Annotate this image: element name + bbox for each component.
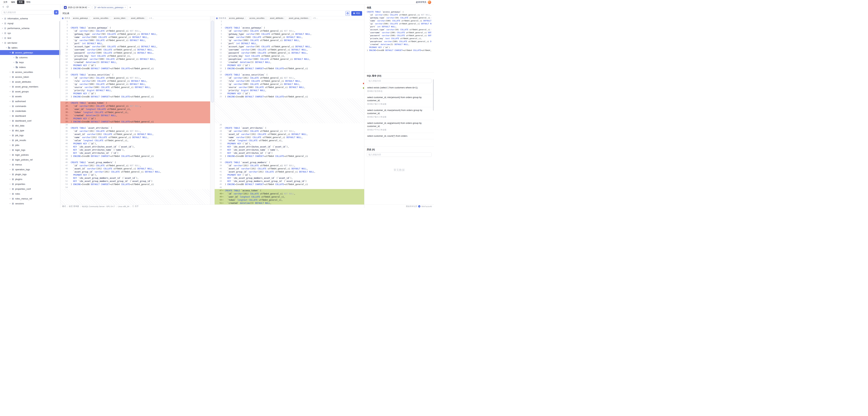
tree-item-access_securities[interactable]: ▸▦access_securities — [0, 70, 60, 74]
chevron-right-icon[interactable]: ▸ — [9, 149, 11, 151]
chevron-right-icon[interactable]: ▸ — [9, 154, 11, 155]
tab-compare-session[interactable]: ▦ 2025-12-30 08:34:42 × — [62, 5, 91, 10]
close-icon[interactable]: × — [89, 17, 90, 19]
search-input[interactable] — [2, 10, 53, 14]
close-icon[interactable]: × — [88, 6, 90, 9]
chevron-right-icon[interactable]: ▸ — [13, 61, 15, 63]
menu-item-2[interactable]: 编辑 — [9, 0, 17, 4]
collapse-sidebar-button[interactable] — [54, 10, 59, 14]
chevron-right-icon[interactable]: ▸ — [9, 130, 11, 131]
menu-item-4[interactable]: 帮助 — [25, 0, 32, 4]
pane-tab-access_securities[interactable]: access_securities× — [92, 17, 112, 20]
sidebar-scrollbar[interactable] — [59, 21, 60, 78]
chevron-right-icon[interactable]: ▸ — [1, 27, 4, 29]
tree-item-dashboard[interactable]: ▸▦dashboard — [0, 113, 60, 118]
menu-item-3[interactable]: 查看 — [17, 0, 24, 4]
tree-item-credentials[interactable]: ▸▦credentials — [0, 108, 60, 113]
pane-tab-access_token[interactable]: access_token× — [113, 17, 129, 20]
close-icon[interactable]: × — [284, 17, 285, 19]
chevron-down-icon[interactable]: ▾ — [9, 51, 11, 54]
tree-item-dict_type[interactable]: ▸▦dict_type — [0, 128, 60, 133]
chevron-right-icon[interactable]: ▸ — [1, 37, 4, 39]
tree-item-dashboard_conf[interactable]: ▸▦dashboard_conf — [0, 118, 60, 123]
tree-item-keys[interactable]: ▸keys — [0, 60, 60, 65]
info-sql-block[interactable]: CREATE TABLE `access_gateways` ( `id` va… — [364, 10, 434, 52]
removed-chunk-mark[interactable] — [363, 83, 364, 84]
screenshot-button[interactable] — [345, 11, 350, 16]
tree-item-properties_conf[interactable]: ▸▦properties_conf — [0, 186, 60, 191]
sql-commands-search-input[interactable] — [367, 79, 432, 83]
tree-item-mysql[interactable]: ▸▤mysql — [0, 21, 60, 26]
pane-tab-access_securities[interactable]: access_securities× — [248, 17, 268, 20]
chevron-right-icon[interactable]: ▸ — [9, 91, 11, 92]
close-icon[interactable]: × — [109, 17, 111, 19]
tree-item-login_logs[interactable]: ▸▦login_logs — [0, 147, 60, 152]
new-tab-button[interactable]: + — [129, 6, 131, 9]
chevron-right-icon[interactable]: ▸ — [9, 100, 11, 102]
tree-item-plugin_logs[interactable]: ▸▦plugin_logs — [0, 172, 60, 177]
tree-item-win-factor[interactable]: ▾▤win-factor — [0, 40, 60, 45]
tree-item-performance_schema[interactable]: ▸▤performance_schema — [0, 26, 60, 31]
source-code-editor[interactable]: 123CREATE TABLE `access_gateways` (4 `id… — [60, 20, 210, 205]
chevron-right-icon[interactable]: ▸ — [9, 96, 11, 97]
chevron-right-icon[interactable]: ▸ — [9, 193, 11, 195]
tree-item-test[interactable]: ▸▤test — [0, 35, 60, 40]
sql-command-item[interactable]: select customer_id, min(amount) from ord… — [364, 94, 434, 107]
pane-tab-asset_attributes[interactable]: asset_attributes× — [269, 17, 286, 20]
chevron-right-icon[interactable]: ▸ — [9, 188, 11, 190]
chevron-right-icon[interactable]: ▸ — [9, 105, 11, 107]
compare-button[interactable]: 对比 — [351, 11, 362, 16]
chevron-right-icon[interactable]: ▸ — [9, 164, 11, 165]
tab-table-diff[interactable]: win-factor.access_gateways × — [93, 5, 128, 10]
chevron-right-icon[interactable]: ▸ — [13, 57, 15, 58]
chevron-right-icon[interactable]: ▸ — [1, 18, 4, 19]
user-area[interactable]: 超级管理员 — [416, 1, 432, 4]
close-icon[interactable]: × — [265, 17, 266, 19]
close-icon[interactable]: × — [145, 17, 146, 19]
tree-item-assets[interactable]: ▸▦assets — [0, 94, 60, 99]
tree-item-commands[interactable]: ▸▦commands — [0, 104, 60, 108]
chevron-right-icon[interactable]: ▸ — [9, 159, 11, 161]
chevron-right-icon[interactable]: ▸ — [13, 66, 15, 68]
about-button[interactable]: ⓘ 关于 — [132, 205, 138, 208]
tree-item-login_policies_ref[interactable]: ▸▦login_policies_ref — [0, 157, 60, 162]
target-more-tabs[interactable]: + 5 ... — [313, 17, 318, 19]
tree-item-sessions[interactable]: ▸▦sessions — [0, 201, 60, 206]
chevron-right-icon[interactable]: ▸ — [9, 134, 11, 136]
pane-tab-asset_attributes[interactable]: asset_attributes× — [130, 17, 148, 20]
tree-item-job_results[interactable]: ▸▦job_results — [0, 138, 60, 143]
user-avatar[interactable] — [428, 1, 431, 4]
back-icon[interactable] — [2, 6, 4, 8]
history-search-input[interactable] — [367, 152, 432, 157]
chevron-right-icon[interactable]: ▸ — [9, 76, 11, 78]
menu-item-1[interactable]: 文件 — [2, 0, 9, 4]
tree-item-access_token[interactable]: ▸▦access_token — [0, 74, 60, 79]
tree-item-roles[interactable]: ▸▦roles — [0, 191, 60, 196]
tree-item-authorised[interactable]: ▸▦authorised — [0, 99, 60, 104]
pane-tab-asset_group_members[interactable]: asset_group_members× — [288, 17, 311, 20]
tree-item-information_schema[interactable]: ▸▤information_schema — [0, 16, 60, 21]
tree-item-indexs[interactable]: ▸indexs — [0, 65, 60, 70]
chevron-right-icon[interactable]: ▸ — [1, 32, 4, 34]
tree-item-operation_logs[interactable]: ▸▦operation_logs — [0, 167, 60, 172]
chevron-right-icon[interactable]: ▸ — [9, 144, 11, 146]
chevron-right-icon[interactable]: ▸ — [9, 139, 11, 141]
tree-item-menus[interactable]: ▸▦menus — [0, 162, 60, 167]
chevron-right-icon[interactable]: ▸ — [9, 86, 11, 88]
target-code-editor[interactable]: 123CREATE TABLE `access_gateways` (4 `id… — [215, 20, 364, 205]
diff-scrollbar-gutter[interactable] — [210, 16, 215, 205]
chevron-right-icon[interactable]: ▸ — [9, 169, 11, 170]
chevron-right-icon[interactable]: ▸ — [9, 81, 11, 82]
tree-item-sys[interactable]: ▸▤sys — [0, 31, 60, 35]
chevron-right-icon[interactable]: ▸ — [9, 125, 11, 127]
chevron-down-icon[interactable]: ▾ — [5, 47, 7, 48]
scrollbar-thumb[interactable] — [211, 21, 214, 102]
chevron-right-icon[interactable]: ▸ — [9, 178, 11, 180]
chevron-right-icon[interactable]: ▸ — [9, 173, 11, 175]
tree-item-columns[interactable]: ▸columns — [0, 55, 60, 60]
sql-command-item[interactable]: select customer_id, avg(amount) from ord… — [364, 120, 434, 133]
tree-item-jobs[interactable]: ▸▦jobs — [0, 143, 60, 147]
tree-item-access_gateways[interactable]: ▾▦access_gateways — [0, 50, 60, 55]
tree-item-job_logs[interactable]: ▸▦job_logs — [0, 133, 60, 138]
sql-command-item[interactable]: select exists (select 1 from customers w… — [364, 84, 434, 94]
